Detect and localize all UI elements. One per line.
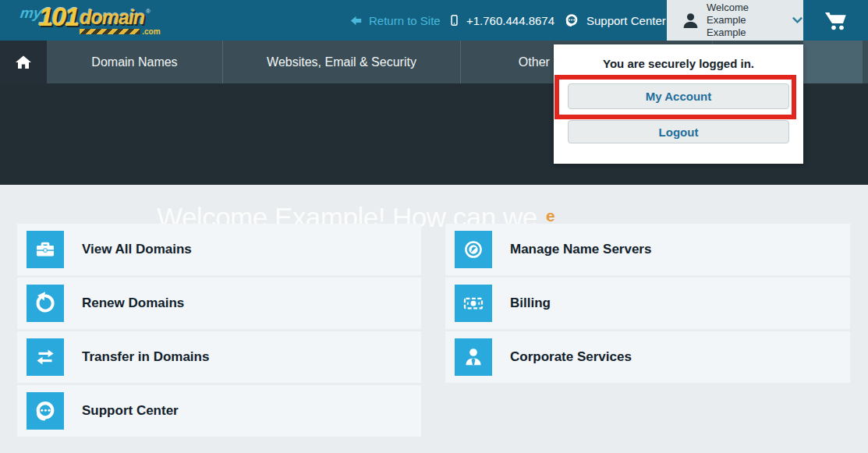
return-to-site-label: Return to Site <box>369 14 441 27</box>
cart-button[interactable] <box>803 0 868 41</box>
headset-icon <box>563 12 580 29</box>
phone-link[interactable]: +1.760.444.8674 <box>448 0 554 41</box>
quick-link-label: Corporate Services <box>510 349 632 365</box>
quick-links-right-column: Manage Name Servers Billing Corporate Se… <box>445 224 850 383</box>
quick-link-corporate-services[interactable]: Corporate Services <box>445 331 850 383</box>
logo-prefix: my <box>19 5 43 22</box>
quick-link-transfer-in-domains[interactable]: Transfer in Domains <box>17 331 421 383</box>
quick-link-renew-domains[interactable]: Renew Domains <box>17 278 421 329</box>
user-icon <box>681 11 700 30</box>
quick-link-label: Billing <box>510 296 551 311</box>
account-dropdown-panel: You are securely logged in. My Account L… <box>554 44 803 164</box>
nav-item-domain-names[interactable]: Domain Names <box>47 41 222 83</box>
headset-icon <box>27 392 64 430</box>
quick-link-manage-name-servers[interactable]: Manage Name Servers <box>445 224 850 275</box>
compass-icon <box>455 231 492 268</box>
logout-label: Logout <box>659 126 699 139</box>
nav-label: Websites, Email & Security <box>267 55 416 69</box>
my-account-label: My Account <box>646 90 711 103</box>
my-account-button[interactable]: My Account <box>568 83 789 109</box>
nav-hover-highlight <box>803 41 863 83</box>
chevron-down-icon <box>792 16 803 25</box>
briefcase-icon <box>27 231 64 268</box>
support-center-label: Support Center <box>586 14 666 27</box>
site-logo[interactable]: my 101 domain ® .com <box>20 3 161 36</box>
quick-link-label: Renew Domains <box>82 296 184 311</box>
quick-link-label: Support Center <box>82 403 179 419</box>
renew-icon <box>27 285 64 322</box>
cart-icon <box>824 9 849 32</box>
logo-number: 101 <box>38 3 78 30</box>
quick-link-label: Transfer in Domains <box>82 349 209 365</box>
quick-link-view-all-domains[interactable]: View All Domains <box>17 224 421 275</box>
home-icon <box>13 53 34 72</box>
transfer-icon <box>27 338 64 376</box>
hero-occluded-fragment: e <box>546 207 556 224</box>
logo-name: domain <box>80 8 144 27</box>
person-tie-icon <box>455 338 492 376</box>
quick-link-billing[interactable]: Billing <box>445 278 850 329</box>
phone-number: +1.760.444.8674 <box>466 14 554 27</box>
welcome-greeting: Welcome <box>707 2 785 14</box>
quick-links-left-column: View All Domains Renew Domains Transfer … <box>17 224 421 437</box>
page: my 101 domain ® .com Return to Site <box>0 0 868 453</box>
nav-home-button[interactable] <box>0 41 47 83</box>
return-arrow-icon <box>349 15 363 27</box>
logo-tld: .com <box>142 27 160 36</box>
nav-item-websites-email-security[interactable]: Websites, Email & Security <box>222 41 460 83</box>
account-menu-toggle[interactable]: Welcome Example Example <box>667 0 803 41</box>
return-to-site-link[interactable]: Return to Site <box>349 0 441 41</box>
support-center-link[interactable]: Support Center <box>563 0 666 41</box>
quick-link-label: View All Domains <box>82 242 192 257</box>
logo-registered-mark: ® <box>146 8 151 15</box>
top-header-bar: my 101 domain ® .com Return to Site <box>0 0 868 41</box>
logo-hazard-stripes <box>80 29 140 34</box>
mobile-phone-icon <box>448 12 460 29</box>
bill-icon <box>455 285 492 322</box>
logout-button[interactable]: Logout <box>568 120 789 143</box>
welcome-username: Example Example <box>707 14 785 39</box>
login-status-text: You are securely logged in. <box>554 57 803 70</box>
quick-link-support-center[interactable]: Support Center <box>17 385 421 437</box>
quick-link-label: Manage Name Servers <box>510 242 651 257</box>
nav-label: Domain Names <box>91 55 177 69</box>
